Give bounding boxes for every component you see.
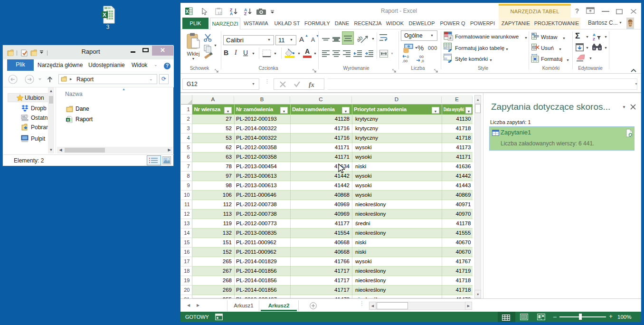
svg-text:≠: ≠ bbox=[449, 36, 452, 40]
svg-text:X: X bbox=[103, 12, 106, 18]
svg-text:Z: Z bbox=[593, 37, 595, 41]
svg-text:00: 00 bbox=[419, 55, 424, 59]
svg-text:ab: ab bbox=[357, 34, 364, 44]
svg-text:12: 12 bbox=[218, 11, 221, 15]
svg-text:,00: ,00 bbox=[402, 59, 408, 63]
svg-text:X: X bbox=[186, 9, 189, 14]
svg-text:A: A bbox=[230, 11, 233, 16]
svg-text:,0: ,0 bbox=[421, 59, 424, 63]
svg-text:X: X bbox=[67, 118, 69, 122]
svg-text:0: 0 bbox=[407, 55, 409, 59]
svg-text:fx: fx bbox=[309, 81, 314, 88]
svg-text:Z: Z bbox=[244, 11, 246, 16]
svg-text:A: A bbox=[593, 33, 596, 37]
